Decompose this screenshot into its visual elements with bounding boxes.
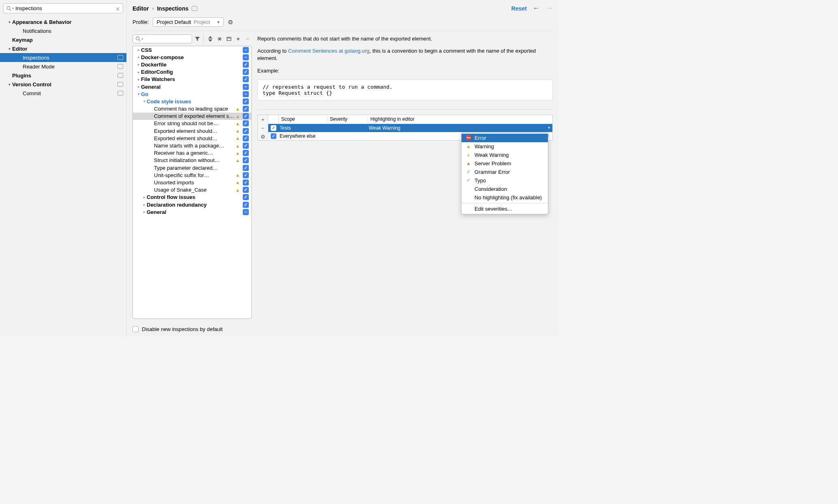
reset-button[interactable]: Reset (511, 5, 527, 12)
scope-checkbox[interactable]: ✓ (271, 133, 276, 139)
inspection-checkbox[interactable] (243, 54, 249, 60)
inspection-item[interactable]: Comment of exported element starts with.… (133, 113, 251, 120)
inspection-item[interactable]: ▸Control flow issues (133, 194, 251, 201)
sidebar-item[interactable]: ▾Appearance & Behavior (0, 17, 126, 26)
sidebar-item[interactable]: Keymap (0, 35, 126, 44)
inspection-checkbox[interactable] (243, 135, 249, 141)
inspection-item[interactable]: Exported element should…▲ (133, 127, 251, 135)
warning-icon: ▲ (235, 173, 240, 177)
sidebar-search[interactable]: ▾ ✕ (3, 3, 123, 13)
inspection-checkbox[interactable] (243, 202, 249, 208)
severity-option[interactable]: ▲Server Problem (462, 159, 548, 168)
disable-new-checkbox[interactable] (133, 326, 139, 332)
inspection-item[interactable]: ▸EditorConfig (133, 68, 251, 76)
add-icon[interactable]: + (234, 34, 242, 43)
severity-option[interactable]: ✓Typo (462, 176, 548, 185)
inspection-checkbox[interactable] (243, 165, 249, 171)
inspection-checkbox[interactable] (243, 69, 249, 75)
project-badge-icon (118, 82, 123, 87)
inspection-item[interactable]: ▸General (133, 83, 251, 90)
inspection-checkbox[interactable] (243, 128, 249, 134)
inspection-checkbox[interactable] (243, 84, 249, 90)
inspection-item[interactable]: Error string should not be…▲ (133, 120, 251, 127)
sidebar-item[interactable]: Commit (0, 89, 126, 98)
filter-icon[interactable] (193, 34, 201, 43)
inspection-item[interactable]: Name starts with a package…▲ (133, 142, 251, 149)
severity-option[interactable]: ▲Weak Warning (462, 151, 548, 159)
inspection-checkbox[interactable] (243, 120, 249, 126)
inspection-checkbox[interactable] (243, 113, 249, 119)
inspection-item[interactable]: Comment has no leading space▲ (133, 105, 251, 113)
remove-scope-button[interactable]: − (261, 125, 265, 131)
scope-gear-icon[interactable]: ⚙ (261, 134, 265, 140)
sidebar-item[interactable]: Plugins (0, 71, 126, 80)
remove-icon[interactable]: − (243, 34, 252, 43)
inspection-search[interactable]: ▾ (133, 34, 192, 43)
inspection-item[interactable]: Usage of Snake_Case▲ (133, 186, 251, 194)
breadcrumb-current: Inspections (157, 5, 188, 12)
inspection-checkbox[interactable] (243, 209, 249, 215)
inspection-checkbox[interactable] (243, 143, 249, 149)
warning-icon: ▲ (235, 121, 240, 126)
inspection-checkbox[interactable] (243, 157, 249, 163)
inspection-checkbox[interactable] (243, 172, 249, 178)
inspection-item[interactable]: Unit-specific suffix for…▲ (133, 171, 251, 179)
severity-option[interactable]: ✓Grammar Error (462, 168, 548, 176)
inspection-checkbox[interactable] (243, 150, 249, 156)
inspection-checkbox[interactable] (243, 106, 249, 112)
inspection-checkbox[interactable] (243, 179, 249, 186)
inspection-item[interactable]: ▸Dockerfile (133, 61, 251, 68)
inspection-item[interactable]: Exported element should…▲ (133, 135, 251, 142)
inspection-checkbox[interactable] (243, 76, 249, 82)
inspections-tree: ▸CSS▸Docker-compose▸Dockerfile▸EditorCon… (133, 46, 252, 319)
doc-link[interactable]: Comment Sentences at golang.org (288, 48, 370, 54)
warn2-icon: ▲ (466, 152, 471, 158)
scope-row[interactable]: ✓TestsWeak Warning▼ (268, 124, 552, 132)
inspection-item[interactable]: ▾Go (133, 90, 251, 98)
sidebar-item[interactable]: Notifications (0, 26, 126, 35)
svg-rect-4 (227, 38, 231, 41)
chevron-down-icon: ▼ (217, 20, 220, 24)
back-button[interactable]: ← (532, 4, 540, 13)
add-scope-button[interactable]: + (261, 117, 265, 123)
inspection-item[interactable]: ▸File Watchers (133, 76, 251, 83)
severity-option[interactable]: ▲Warning (462, 142, 548, 151)
breadcrumb-parent[interactable]: Editor (133, 5, 149, 12)
inspection-item[interactable]: ▸CSS (133, 46, 251, 53)
reset-defaults-icon[interactable] (224, 34, 233, 43)
sidebar-item[interactable]: ▾Editor (0, 44, 126, 53)
expand-all-icon[interactable] (206, 34, 214, 43)
inspection-checkbox[interactable] (243, 187, 249, 193)
settings-sidebar: ▾ ✕ ▾Appearance & BehaviorNotificationsK… (0, 0, 127, 336)
inspection-item[interactable]: ▾Code style issues (133, 98, 251, 105)
inspection-checkbox[interactable] (243, 62, 249, 68)
inspection-checkbox[interactable] (243, 194, 249, 200)
scope-panel: + − ⚙ Scope Severity Highlighting in edi… (257, 115, 553, 141)
profile-select[interactable]: Project Default Project ▼ (153, 17, 224, 27)
inspection-item[interactable]: Type parameter declared… (133, 164, 251, 171)
inspection-checkbox[interactable] (243, 47, 249, 53)
inspection-item[interactable]: Receiver has a generic…▲ (133, 149, 251, 157)
severity-option[interactable]: Consideration (462, 185, 548, 193)
sidebar-item[interactable]: ▾Version Control (0, 80, 126, 89)
inspection-checkbox[interactable] (243, 91, 249, 97)
inspection-item[interactable]: Unsorted imports▲ (133, 179, 251, 186)
clear-icon[interactable]: ✕ (115, 6, 120, 11)
sidebar-item[interactable]: Inspections (0, 53, 126, 62)
collapse-all-icon[interactable] (215, 34, 224, 43)
sidebar-item[interactable]: Reader Mode (0, 62, 126, 71)
inspection-item[interactable]: Struct initialization without…▲ (133, 157, 251, 164)
warn1-icon: ▲ (466, 143, 471, 149)
edit-severities-item[interactable]: Edit severities… (462, 205, 548, 213)
inspection-item[interactable]: ▸General (133, 208, 251, 216)
warning-icon: ▲ (235, 180, 240, 185)
inspection-item[interactable]: ▸Declaration redundancy (133, 201, 251, 208)
severity-option[interactable]: ⛔Error (462, 134, 548, 142)
gear-icon[interactable]: ⚙ (228, 19, 233, 26)
scope-checkbox[interactable]: ✓ (271, 125, 276, 131)
sidebar-search-input[interactable] (14, 5, 115, 11)
settings-tree: ▾Appearance & BehaviorNotificationsKeyma… (0, 17, 126, 336)
inspection-item[interactable]: ▸Docker-compose (133, 53, 251, 61)
severity-option[interactable]: No highlighting (fix available) (462, 193, 548, 202)
inspection-checkbox[interactable] (243, 98, 249, 105)
